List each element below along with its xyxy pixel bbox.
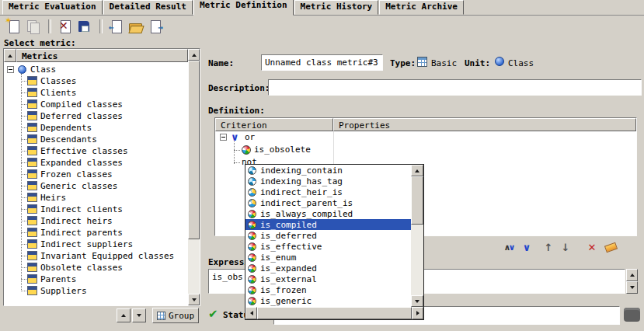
criterion-option[interactable]: is_enum [245,252,411,263]
description-input[interactable] [268,79,642,96]
tab[interactable]: Metric Archive [379,0,464,15]
criterion-option[interactable]: indirect_parent_is [245,197,411,208]
criterion-option[interactable]: is_generic [245,295,411,306]
scrollbar-thumb[interactable] [257,307,412,319]
criterion-option[interactable]: is_deferred [245,230,411,241]
name-input[interactable]: Unnamed class metric#3 [261,54,383,71]
tree-item[interactable]: Deferred classes [4,110,188,122]
tab[interactable]: Detailed Result [103,0,193,15]
definition-label: Definition: [208,106,265,116]
criterion-option[interactable]: is_compiled [245,219,411,230]
tree-vertical-scrollbar[interactable] [188,49,200,305]
metric-icon [27,111,37,120]
metrics-column-label: Metrics [22,51,57,61]
expression-scroll-down-icon[interactable] [626,281,638,294]
erase-criterion-icon[interactable] [603,240,618,254]
criterion-row-is-obsolete[interactable]: is_obsolete [215,144,636,156]
tree-item[interactable]: Obsolete classes [4,262,188,274]
metrics-column-header[interactable]: Metrics [16,49,188,62]
tree-item[interactable]: Compiled classes [4,99,188,110]
criterion-option-label: indexing_has_tag [260,176,343,186]
import-metrics-icon[interactable] [107,18,124,35]
tree-item[interactable]: Descendants [4,134,188,145]
tab-bar: Metric Evaluation Detailed Result Metric… [0,0,644,16]
swap-operator-icon[interactable]: ∧∨ [502,240,517,254]
export-metric-icon[interactable] [146,18,163,35]
metric-move-up-button[interactable] [117,308,131,322]
metric-move-down-button[interactable] [132,308,146,322]
properties-column-header[interactable]: Properties [333,118,636,131]
dropdown-horizontal-scrollbar[interactable] [245,307,423,319]
save-metric-icon[interactable] [75,18,92,35]
sort-ascending-icon[interactable] [4,49,16,62]
criterion-option[interactable]: is_always_compiled [245,208,411,219]
tree-item[interactable]: Classes [4,75,188,87]
tree-item[interactable]: Indirect parents [4,227,188,239]
type-label: Type: [390,58,416,68]
dropdown-vertical-scrollbar[interactable] [411,165,423,307]
tree-item[interactable]: Dependents [4,122,188,134]
tree-item[interactable]: Suppliers [4,285,188,297]
class-unit-icon [495,57,504,66]
tree-item[interactable]: Generic classes [4,180,188,192]
criterion-option-label: is_external [260,274,317,284]
tab[interactable]: Metric History [294,0,379,15]
tree-item-label: Classes [40,76,76,86]
tree-item-label: Invariant Equipped classes [40,251,174,261]
tab-label: Metric History [301,2,373,12]
tree-item[interactable]: Indirect clients [4,204,188,215]
tree-item[interactable]: Indirect heirs [4,215,188,227]
move-up-icon[interactable]: ↑ [541,240,556,254]
tree-item[interactable]: Frozen classes [4,169,188,180]
criterion-option[interactable]: is_frozen [245,284,411,295]
delete-metric-icon[interactable] [56,18,73,35]
toggle-operator-icon[interactable]: ∨ [519,240,534,254]
tree-item-label: Indirect heirs [40,216,113,226]
copy-metric-icon[interactable] [24,18,41,35]
criterion-row-label: is_obsolete [254,145,311,155]
tree-root-class[interactable]: Class [4,64,188,75]
scroll-left-icon[interactable] [245,307,257,319]
tree-item[interactable]: Indirect suppliers [4,239,188,250]
tree-item[interactable]: Effective classes [4,145,188,157]
criterion-row-or[interactable]: ∨ or [215,131,636,144]
collapse-icon[interactable] [220,134,227,141]
scroll-right-icon[interactable] [412,307,423,319]
tab[interactable]: Metric Definition [193,0,294,16]
tree-item-label: Parents [40,274,76,284]
collapse-icon[interactable] [7,66,14,73]
criterion-option[interactable]: is_effective [245,241,411,252]
scroll-up-icon[interactable] [188,49,200,61]
move-down-icon[interactable]: ↓ [558,240,573,254]
metric-icon [27,216,37,225]
scrollbar-thumb[interactable] [411,176,423,225]
scroll-down-icon[interactable] [188,294,200,305]
new-metric-icon[interactable] [5,18,22,35]
expression-scroll-up-icon[interactable] [626,269,638,281]
tree-item-label: Heirs [40,193,66,203]
criterion-option[interactable]: indexing_has_tag [245,176,411,186]
scroll-down-icon[interactable] [411,295,423,307]
tree-item[interactable]: Parents [4,274,188,285]
tree-item[interactable]: Expanded classes [4,157,188,169]
scrollbar-thumb[interactable] [188,61,200,239]
criterion-option[interactable]: indexing_contain [245,165,411,176]
open-folder-icon[interactable] [127,18,144,35]
criterion-option[interactable]: is_external [245,274,411,284]
criterion-option[interactable]: is_expanded [245,263,411,274]
criterion-column-header[interactable]: Criterion [215,118,333,131]
tree-item[interactable]: Clients [4,87,188,99]
tree-item[interactable]: Heirs [4,192,188,204]
scroll-up-icon[interactable] [411,165,423,176]
criterion-option-label: indirect_parent_is [260,198,353,208]
comment-bubble-icon[interactable] [624,308,640,322]
criterion-icon [242,145,251,155]
criterion-icon [248,210,256,218]
tree-item[interactable]: Invariant Equipped classes [4,250,188,262]
delete-criterion-icon[interactable]: ✕ [584,240,600,254]
group-button[interactable]: Group [152,308,199,323]
description-label: Description: [208,83,270,93]
toolbar-separator [48,19,51,33]
criterion-option[interactable]: indirect_heir_is [245,186,411,197]
tab[interactable]: Metric Evaluation [2,0,103,15]
